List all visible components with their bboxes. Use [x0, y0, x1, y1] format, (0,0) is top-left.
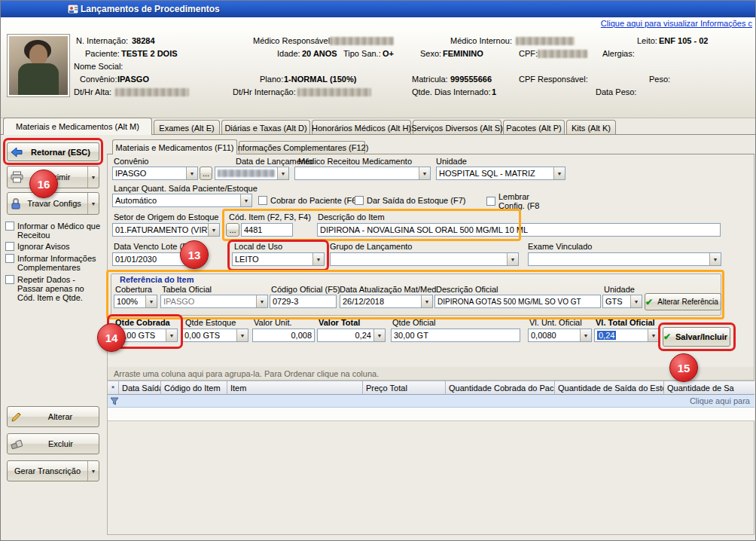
chevron-down-icon[interactable]: ▼	[277, 167, 288, 179]
retornar-button[interactable]: Retornar (ESC)	[7, 142, 99, 161]
checkbox-informar-medico[interactable]: Informar o Médico que Receitou	[5, 222, 102, 240]
descricao-item-input[interactable]: DIPIRONA - NOVALGINA SOL ORAL 500 MG/ML …	[317, 223, 721, 237]
checkbox-box[interactable]	[355, 196, 364, 205]
qtde-cobrada-combo[interactable]: 30,00 GTS ▼	[112, 329, 178, 342]
chevron-down-icon[interactable]: ▼	[312, 253, 324, 265]
data-lancamento-combo[interactable]: ▼	[215, 167, 289, 180]
local-uso-combo[interactable]: LEITO ▼	[232, 252, 325, 266]
tab-honorarios-medicos[interactable]: Honorários Médicos (Alt H)	[312, 120, 411, 135]
descricao-oficial-input[interactable]: DIPIRONA GOTAS 500 MG/ML SO VO GT	[434, 295, 601, 308]
grupo-lancamento-combo[interactable]: ▼	[330, 252, 519, 266]
alterar-button[interactable]: Alterar	[7, 406, 99, 427]
gerar-transcricao-button[interactable]: Gerar Transcrição ▼	[7, 460, 99, 481]
chevron-down-icon[interactable]: ▼	[208, 224, 219, 236]
checkbox-box[interactable]	[486, 197, 495, 206]
chevron-down-icon[interactable]: ▼	[145, 295, 157, 307]
grid-header-qtd-sa[interactable]: Quantidade de Sa	[664, 381, 754, 395]
chevron-down-icon[interactable]: ▼	[709, 253, 721, 265]
chevron-down-icon[interactable]: ▼	[236, 329, 248, 341]
valor-total-combo[interactable]: 0,24 ▼	[317, 329, 386, 342]
chevron-down-icon[interactable]: ▼	[648, 329, 659, 341]
grid-filter-row[interactable]: Clique aqui para	[108, 395, 754, 408]
checkbox-label[interactable]: Informar Informações Complementares	[17, 254, 102, 272]
imprimir-dropdown-chevron-down-icon[interactable]: ▼	[87, 167, 99, 188]
grid-body-empty[interactable]	[108, 408, 754, 421]
valor-unit-input[interactable]: 0,008	[252, 329, 315, 342]
setor-origem-combo[interactable]: 01.FATURAMENTO (VIRT ▼	[112, 223, 220, 237]
vl-unt-oficial-combo[interactable]: 0,0080 ▼	[528, 329, 592, 342]
grid-group-hint[interactable]: Arraste uma coluna aqui para agrupa-la. …	[108, 367, 754, 381]
checkbox-box[interactable]	[258, 196, 267, 205]
exame-vinculado-combo[interactable]: ▼	[528, 252, 721, 266]
checkbox-label[interactable]: Ignorar Avisos	[17, 242, 70, 251]
checkbox-repetir-dados[interactable]: Repetir Dados - Passar apenas no Cód. It…	[5, 275, 100, 302]
checkbox-box[interactable]	[5, 254, 14, 263]
travar-dropdown-chevron-down-icon[interactable]: ▼	[87, 193, 99, 214]
checkbox-label[interactable]: Informar o Médico que Receitou	[17, 222, 102, 240]
checkbox-lembrar-config[interactable]: Lembrar Config. (F8	[486, 192, 547, 210]
tab-exames[interactable]: Exames (Alt E)	[154, 120, 220, 135]
tab-servicos-diversos[interactable]: Serviços Diversos (Alt S)	[413, 120, 501, 135]
tab-materiais-f11[interactable]: Materiais e Medicamentos (F11)	[112, 139, 237, 154]
cobertura-combo[interactable]: 100% ▼	[114, 295, 157, 308]
convenio-browse-button[interactable]: ...	[200, 167, 212, 180]
chevron-down-icon[interactable]: ▼	[240, 194, 251, 206]
filter-funnel-icon[interactable]	[110, 397, 119, 405]
checkbox-ignorar-avisos[interactable]: Ignorar Avisos	[5, 242, 102, 251]
grid-header-preco-total[interactable]: Preço Total	[363, 381, 446, 395]
tab-informacoes-f12[interactable]: Informações Complementares (F12)	[239, 141, 365, 154]
info-link[interactable]: Clique aqui para visualizar Informações …	[601, 19, 752, 28]
chevron-down-icon[interactable]: ▼	[256, 295, 267, 307]
tab-kits[interactable]: Kits (Alt K)	[566, 120, 616, 135]
checkbox-box[interactable]	[5, 222, 14, 231]
checkbox-box[interactable]	[5, 275, 14, 284]
qtde-oficial-input[interactable]: 30,00 GT	[391, 329, 520, 342]
cod-item-input[interactable]: 4481	[241, 223, 293, 237]
qtde-estoque-combo[interactable]: 0,00 GTS ▼	[181, 329, 248, 342]
imprimir-button[interactable]: Imprimir ▼	[7, 166, 99, 188]
checkbox-label[interactable]: Lembrar Config. (F8	[498, 192, 547, 210]
grid-header-qtd-cobrada[interactable]: Quantidade Cobrada do Paciente	[446, 381, 555, 395]
medico-receitou-combo[interactable]: ▼	[294, 167, 431, 180]
chevron-down-icon[interactable]: ▼	[580, 329, 591, 341]
checkbox-box[interactable]	[5, 242, 14, 251]
data-vencto-input[interactable]: 01/01/2030	[112, 252, 188, 266]
tab-diarias-taxas[interactable]: Diárias e Taxas (Alt D)	[221, 120, 310, 135]
convenio-combo[interactable]: IPASGO ▼	[112, 167, 198, 180]
chevron-down-icon[interactable]: ▼	[421, 295, 432, 307]
checkbox-cobrar-paciente[interactable]: Cobrar do Paciente (F6)	[258, 196, 359, 205]
tabela-oficial-combo[interactable]: IPASGO ▼	[160, 295, 268, 308]
checkbox-label[interactable]: Repetir Dados - Passar apenas no Cód. It…	[17, 275, 100, 302]
grid-header-qtd-saida[interactable]: Quantidade de Saída do Estoque	[555, 381, 664, 395]
chevron-down-icon[interactable]: ▼	[419, 167, 430, 179]
chevron-down-icon[interactable]: ▼	[186, 167, 197, 179]
tab-pacotes[interactable]: Pacotes (Alt P)	[503, 120, 565, 135]
codigo-oficial-input[interactable]: 0729-3	[270, 295, 337, 308]
chevron-down-icon[interactable]: ▼	[553, 167, 565, 179]
gerar-dropdown-chevron-down-icon[interactable]: ▼	[87, 461, 99, 481]
vl-total-oficial-combo[interactable]: 0,24 ▼	[594, 329, 660, 342]
grid-new-row-hint[interactable]: Clique aqui para	[690, 396, 750, 405]
grid-header-item[interactable]: Item	[227, 381, 363, 395]
excluir-button[interactable]: Excluir	[7, 433, 99, 454]
travar-configs-button[interactable]: Travar Configs ▼	[7, 192, 99, 215]
alterar-referencia-button[interactable]: ✔ Alterar Referência	[645, 293, 721, 310]
salvar-incluir-button[interactable]: ✔ Salvar/Incluir	[663, 327, 730, 347]
data-atualizacao-combo[interactable]: 26/12/2018 ▼	[340, 295, 433, 308]
grid-header-codigo-item[interactable]: Código do Item	[161, 381, 227, 395]
checkbox-informar-informacoes[interactable]: Informar Informações Complementares	[5, 254, 102, 272]
lancar-quant-combo[interactable]: Automático ▼	[112, 194, 252, 207]
grid-header-data-saida[interactable]: Data Saída	[119, 381, 161, 395]
checkbox-label[interactable]: Dar Saída do Estoque (F7)	[367, 196, 465, 205]
checkbox-dar-saida[interactable]: Dar Saída do Estoque (F7)	[355, 196, 465, 205]
tab-materiais-medicamentos[interactable]: Materiais e Medicamentos (Alt M)	[3, 118, 152, 135]
cod-item-browse-button[interactable]: ...	[226, 223, 239, 237]
unidade-oficial-combo[interactable]: GTS ▼	[602, 295, 642, 308]
checkbox-label[interactable]: Cobrar do Paciente (F6)	[270, 196, 359, 205]
chevron-down-icon[interactable]: ▼	[166, 329, 177, 341]
chevron-down-icon[interactable]: ▼	[630, 295, 642, 307]
unidade-combo[interactable]: HOSPITAL SQL - MATRIZ ▼	[436, 167, 565, 180]
chevron-down-icon[interactable]: ▼	[373, 329, 385, 341]
chevron-down-icon[interactable]: ▼	[507, 253, 518, 265]
lancar-quant-value: Automático	[113, 196, 240, 205]
